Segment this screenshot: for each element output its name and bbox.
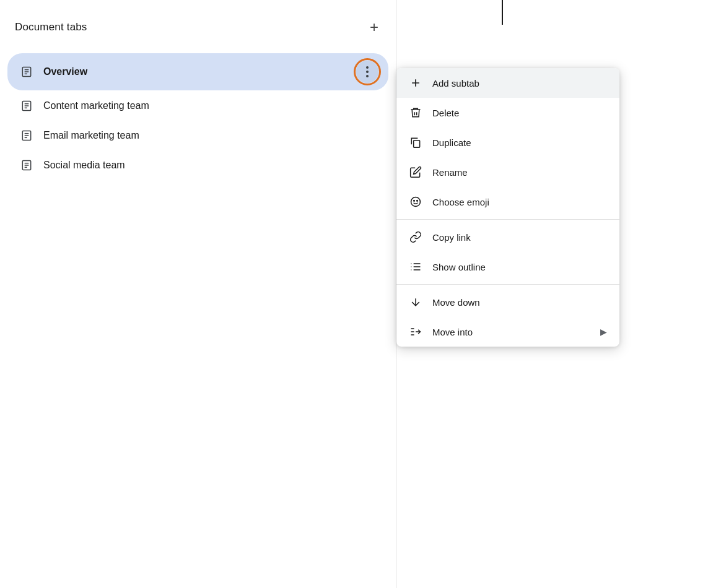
menu-add-subtab-label: Add subtab: [432, 78, 607, 89]
doc-icon-social: [20, 158, 33, 172]
menu-rename-label: Rename: [432, 167, 607, 178]
svg-point-22: [414, 201, 415, 202]
svg-rect-20: [414, 141, 420, 148]
context-menu: Add subtab Delete Duplicate: [396, 68, 619, 347]
trash-icon: [409, 106, 422, 119]
more-options-button[interactable]: [356, 61, 378, 83]
tab-overview[interactable]: Overview: [7, 53, 388, 90]
rename-icon: [409, 165, 422, 179]
menu-item-delete[interactable]: Delete: [396, 98, 619, 128]
sidebar-title: Document tabs: [15, 21, 87, 33]
menu-move-into-label: Move into: [432, 327, 590, 337]
tab-overview-label: Overview: [43, 66, 356, 77]
link-icon: [409, 230, 422, 244]
menu-show-outline-label: Show outline: [432, 262, 607, 272]
menu-item-rename[interactable]: Rename: [396, 157, 619, 187]
tab-content-label: Content marketing team: [43, 100, 378, 111]
svg-point-23: [417, 201, 418, 202]
svg-point-21: [411, 197, 421, 207]
tab-social-label: Social media team: [43, 160, 378, 171]
text-cursor: [502, 0, 503, 25]
divider-2: [396, 284, 619, 285]
sidebar: Document tabs + Overview: [0, 0, 396, 588]
menu-item-move-into[interactable]: Move into ▶: [396, 317, 619, 347]
doc-icon-email: [20, 129, 33, 142]
menu-item-show-outline[interactable]: Show outline: [396, 252, 619, 282]
divider-1: [396, 219, 619, 220]
doc-icon-content: [20, 99, 33, 113]
submenu-arrow-icon: ▶: [600, 327, 607, 337]
tab-email-marketing[interactable]: Email marketing team: [7, 121, 388, 150]
tab-content-marketing[interactable]: Content marketing team: [7, 92, 388, 120]
menu-item-move-down[interactable]: Move down: [396, 287, 619, 317]
add-icon: [409, 76, 422, 90]
emoji-icon: [409, 195, 422, 209]
menu-item-copy-link[interactable]: Copy link: [396, 222, 619, 252]
tab-email-label: Email marketing team: [43, 130, 378, 141]
sidebar-header: Document tabs +: [0, 17, 396, 52]
outline-icon: [409, 260, 422, 274]
menu-move-down-label: Move down: [432, 297, 607, 308]
add-tab-button[interactable]: +: [365, 17, 383, 37]
menu-item-add-subtab[interactable]: Add subtab: [396, 68, 619, 98]
menu-copy-link-label: Copy link: [432, 232, 607, 243]
doc-icon-overview: [20, 65, 33, 79]
three-dots-icon: [366, 66, 369, 77]
menu-delete-label: Delete: [432, 108, 607, 118]
menu-item-duplicate[interactable]: Duplicate: [396, 128, 619, 157]
move-into-icon: [409, 325, 422, 339]
tab-social-media[interactable]: Social media team: [7, 151, 388, 179]
duplicate-icon: [409, 136, 422, 149]
move-down-icon: [409, 295, 422, 309]
menu-duplicate-label: Duplicate: [432, 137, 607, 148]
menu-emoji-label: Choose emoji: [432, 197, 607, 207]
menu-item-choose-emoji[interactable]: Choose emoji: [396, 187, 619, 217]
